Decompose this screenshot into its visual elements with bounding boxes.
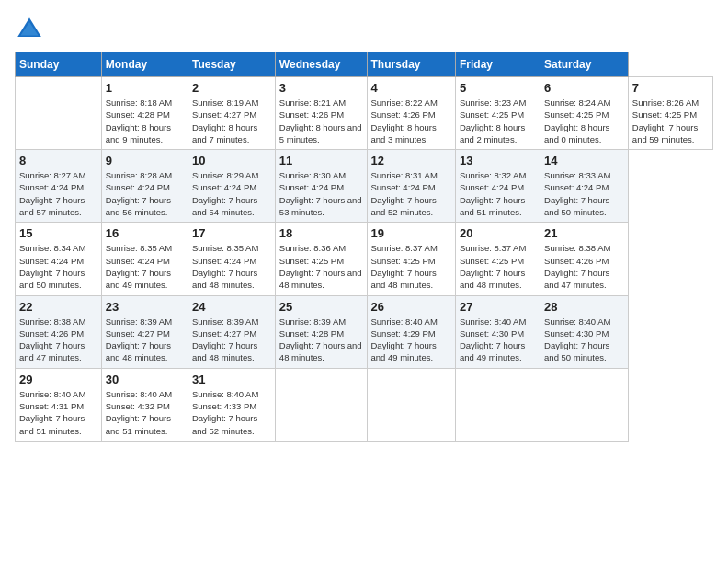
day-cell-29: 29 Sunrise: 8:40 AMSunset: 4:31 PMDaylig… xyxy=(16,368,102,441)
day-cell-8: 8 Sunrise: 8:27 AMSunset: 4:24 PMDayligh… xyxy=(16,150,102,223)
empty-cell xyxy=(16,77,102,150)
day-info: Sunrise: 8:24 AMSunset: 4:25 PMDaylight:… xyxy=(544,97,624,145)
day-cell-20: 20 Sunrise: 8:37 AMSunset: 4:25 PMDaylig… xyxy=(455,223,540,295)
day-cell-10: 10 Sunrise: 8:29 AMSunset: 4:24 PMDaylig… xyxy=(188,150,275,223)
day-number: 26 xyxy=(371,300,451,314)
day-header-saturday: Saturday xyxy=(540,52,629,77)
day-number: 18 xyxy=(279,226,363,240)
day-info: Sunrise: 8:38 AMSunset: 4:26 PMDaylight:… xyxy=(544,242,624,291)
day-cell-31: 31 Sunrise: 8:40 AMSunset: 4:33 PMDaylig… xyxy=(188,368,275,441)
day-number: 13 xyxy=(460,154,536,167)
day-number: 4 xyxy=(371,81,451,95)
day-info: Sunrise: 8:33 AMSunset: 4:24 PMDaylight:… xyxy=(544,169,624,218)
day-number: 8 xyxy=(19,154,97,167)
day-info: Sunrise: 8:39 AMSunset: 4:27 PMDaylight:… xyxy=(106,316,184,364)
day-header-monday: Monday xyxy=(101,52,188,77)
day-info: Sunrise: 8:40 AMSunset: 4:33 PMDaylight:… xyxy=(192,388,271,437)
day-info: Sunrise: 8:39 AMSunset: 4:28 PMDaylight:… xyxy=(279,316,363,364)
day-number: 10 xyxy=(192,154,271,167)
day-cell-3: 3 Sunrise: 8:21 AMSunset: 4:26 PMDayligh… xyxy=(275,77,367,150)
day-info: Sunrise: 8:29 AMSunset: 4:24 PMDaylight:… xyxy=(192,169,271,218)
day-number: 20 xyxy=(460,226,536,240)
day-number: 12 xyxy=(371,154,451,167)
day-info: Sunrise: 8:35 AMSunset: 4:24 PMDaylight:… xyxy=(106,242,184,291)
day-number: 3 xyxy=(279,81,363,95)
logo-icon xyxy=(15,15,44,44)
day-info: Sunrise: 8:40 AMSunset: 4:29 PMDaylight:… xyxy=(371,316,451,364)
day-info: Sunrise: 8:36 AMSunset: 4:25 PMDaylight:… xyxy=(279,242,363,291)
day-cell-26: 26 Sunrise: 8:40 AMSunset: 4:29 PMDaylig… xyxy=(367,295,455,368)
day-info: Sunrise: 8:40 AMSunset: 4:31 PMDaylight:… xyxy=(19,388,97,437)
day-header-sunday: Sunday xyxy=(16,52,102,77)
day-cell-21: 21 Sunrise: 8:38 AMSunset: 4:26 PMDaylig… xyxy=(540,223,629,295)
day-cell-16: 16 Sunrise: 8:35 AMSunset: 4:24 PMDaylig… xyxy=(101,223,188,295)
day-cell-12: 12 Sunrise: 8:31 AMSunset: 4:24 PMDaylig… xyxy=(367,150,455,223)
day-cell-25: 25 Sunrise: 8:39 AMSunset: 4:28 PMDaylig… xyxy=(275,295,367,368)
day-info: Sunrise: 8:38 AMSunset: 4:26 PMDaylight:… xyxy=(19,316,97,364)
day-info: Sunrise: 8:32 AMSunset: 4:24 PMDaylight:… xyxy=(460,169,536,218)
day-number: 24 xyxy=(192,300,271,314)
day-cell-4: 4 Sunrise: 8:22 AMSunset: 4:26 PMDayligh… xyxy=(367,77,455,150)
day-cell-15: 15 Sunrise: 8:34 AMSunset: 4:24 PMDaylig… xyxy=(16,223,102,295)
day-cell-11: 11 Sunrise: 8:30 AMSunset: 4:24 PMDaylig… xyxy=(275,150,367,223)
day-header-tuesday: Tuesday xyxy=(188,52,275,77)
day-cell-2: 2 Sunrise: 8:19 AMSunset: 4:27 PMDayligh… xyxy=(188,77,275,150)
day-number: 19 xyxy=(371,226,451,240)
empty-cell xyxy=(455,368,540,441)
day-info: Sunrise: 8:37 AMSunset: 4:25 PMDaylight:… xyxy=(460,242,536,291)
day-cell-5: 5 Sunrise: 8:23 AMSunset: 4:25 PMDayligh… xyxy=(455,77,540,150)
empty-cell xyxy=(275,368,367,441)
day-number: 15 xyxy=(19,226,97,240)
day-number: 25 xyxy=(279,300,363,314)
day-cell-22: 22 Sunrise: 8:38 AMSunset: 4:26 PMDaylig… xyxy=(16,295,102,368)
day-number: 23 xyxy=(106,300,184,314)
day-cell-1: 1 Sunrise: 8:18 AMSunset: 4:28 PMDayligh… xyxy=(101,77,188,150)
day-info: Sunrise: 8:19 AMSunset: 4:27 PMDaylight:… xyxy=(192,97,271,145)
day-cell-18: 18 Sunrise: 8:36 AMSunset: 4:25 PMDaylig… xyxy=(275,223,367,295)
calendar-table: SundayMondayTuesdayWednesdayThursdayFrid… xyxy=(15,52,713,442)
day-cell-7: 7 Sunrise: 8:26 AMSunset: 4:25 PMDayligh… xyxy=(628,77,712,150)
page-header xyxy=(15,15,713,44)
day-cell-28: 28 Sunrise: 8:40 AMSunset: 4:30 PMDaylig… xyxy=(540,295,629,368)
day-number: 11 xyxy=(279,154,363,167)
day-cell-6: 6 Sunrise: 8:24 AMSunset: 4:25 PMDayligh… xyxy=(540,77,629,150)
day-cell-9: 9 Sunrise: 8:28 AMSunset: 4:24 PMDayligh… xyxy=(101,150,188,223)
logo xyxy=(15,15,48,44)
day-info: Sunrise: 8:30 AMSunset: 4:24 PMDaylight:… xyxy=(279,169,363,218)
day-number: 1 xyxy=(106,81,184,95)
day-cell-19: 19 Sunrise: 8:37 AMSunset: 4:25 PMDaylig… xyxy=(367,223,455,295)
day-info: Sunrise: 8:34 AMSunset: 4:24 PMDaylight:… xyxy=(19,242,97,291)
day-cell-30: 30 Sunrise: 8:40 AMSunset: 4:32 PMDaylig… xyxy=(101,368,188,441)
day-number: 17 xyxy=(192,226,271,240)
day-number: 16 xyxy=(106,226,184,240)
day-info: Sunrise: 8:37 AMSunset: 4:25 PMDaylight:… xyxy=(371,242,451,291)
empty-cell xyxy=(540,368,629,441)
day-info: Sunrise: 8:35 AMSunset: 4:24 PMDaylight:… xyxy=(192,242,271,291)
day-number: 2 xyxy=(192,81,271,95)
day-cell-13: 13 Sunrise: 8:32 AMSunset: 4:24 PMDaylig… xyxy=(455,150,540,223)
day-header-wednesday: Wednesday xyxy=(275,52,367,77)
day-info: Sunrise: 8:40 AMSunset: 4:30 PMDaylight:… xyxy=(460,316,536,364)
day-info: Sunrise: 8:22 AMSunset: 4:26 PMDaylight:… xyxy=(371,97,451,145)
day-cell-17: 17 Sunrise: 8:35 AMSunset: 4:24 PMDaylig… xyxy=(188,223,275,295)
day-info: Sunrise: 8:21 AMSunset: 4:26 PMDaylight:… xyxy=(279,97,363,145)
day-number: 29 xyxy=(19,373,97,386)
day-info: Sunrise: 8:23 AMSunset: 4:25 PMDaylight:… xyxy=(460,97,536,145)
day-info: Sunrise: 8:39 AMSunset: 4:27 PMDaylight:… xyxy=(192,316,271,364)
day-info: Sunrise: 8:28 AMSunset: 4:24 PMDaylight:… xyxy=(106,169,184,218)
day-number: 30 xyxy=(106,373,184,386)
day-info: Sunrise: 8:26 AMSunset: 4:25 PMDaylight:… xyxy=(632,97,709,145)
day-info: Sunrise: 8:40 AMSunset: 4:32 PMDaylight:… xyxy=(106,388,184,437)
day-number: 14 xyxy=(544,154,624,167)
day-number: 21 xyxy=(544,226,624,240)
day-cell-23: 23 Sunrise: 8:39 AMSunset: 4:27 PMDaylig… xyxy=(101,295,188,368)
day-info: Sunrise: 8:27 AMSunset: 4:24 PMDaylight:… xyxy=(19,169,97,218)
day-header-thursday: Thursday xyxy=(367,52,455,77)
day-number: 9 xyxy=(106,154,184,167)
day-info: Sunrise: 8:40 AMSunset: 4:30 PMDaylight:… xyxy=(544,316,624,364)
day-header-friday: Friday xyxy=(455,52,540,77)
day-number: 31 xyxy=(192,373,271,386)
day-cell-24: 24 Sunrise: 8:39 AMSunset: 4:27 PMDaylig… xyxy=(188,295,275,368)
day-number: 28 xyxy=(544,300,624,314)
day-cell-14: 14 Sunrise: 8:33 AMSunset: 4:24 PMDaylig… xyxy=(540,150,629,223)
